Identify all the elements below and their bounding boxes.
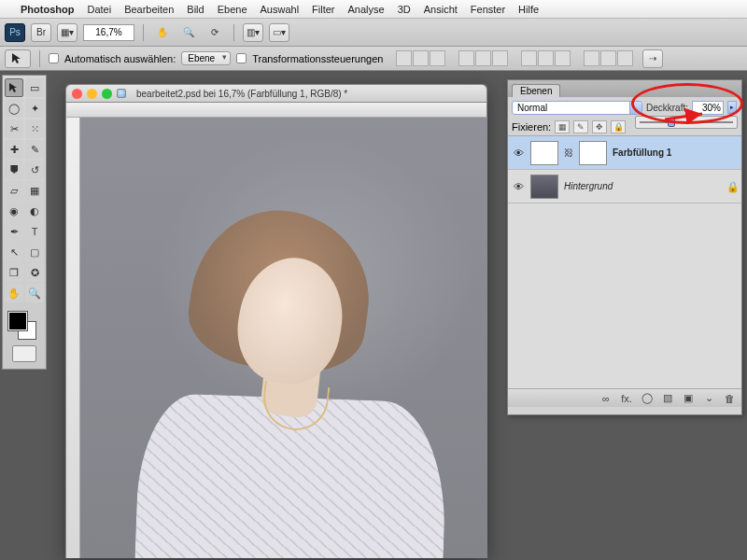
opacity-dropdown-arrow[interactable]: ▸ [727,101,737,114]
visibility-toggle-icon[interactable]: 👁 [512,180,525,193]
screen-mode-button[interactable]: ▭▾ [269,23,289,42]
layer-effects-button[interactable]: fx. [620,392,633,405]
layer-name[interactable]: Farbfüllung 1 [613,147,671,158]
horizontal-ruler[interactable] [65,103,487,118]
align-top-button[interactable] [396,50,412,66]
layer-row[interactable]: 👁 Hintergrund 🔒 [508,170,741,203]
color-swatches[interactable] [5,308,44,340]
app-name[interactable]: Photoshop [21,4,74,15]
adjustment-layer-button[interactable]: ▧ [661,392,674,405]
marquee-tool[interactable]: ▭ [25,78,44,97]
history-brush-tool[interactable]: ↺ [25,161,44,179]
view-extras-button[interactable]: ▦▾ [57,23,78,42]
type-tool[interactable]: T [25,222,44,241]
document-canvas[interactable] [80,118,487,558]
menu-3d[interactable]: 3D [398,4,411,15]
link-mask-icon[interactable]: ⛓ [564,147,573,158]
align-vcenter-button[interactable] [413,50,429,66]
align-right-button[interactable] [492,50,508,66]
visibility-toggle-icon[interactable]: 👁 [512,147,525,160]
menu-fenster[interactable]: Fenster [471,4,505,15]
rotate-view-icon[interactable]: ⟳ [204,23,225,42]
menu-analyse[interactable]: Analyse [348,4,385,15]
layer-thumbnail[interactable] [530,141,558,165]
lock-transparency-button[interactable]: ▦ [555,120,570,133]
distribute-right-button[interactable] [617,50,633,66]
distribute-left-button[interactable] [584,50,599,66]
blur-tool[interactable]: ◉ [5,202,23,220]
opacity-input[interactable]: 30% [692,101,724,115]
distribute-vcenter-button[interactable] [538,50,554,66]
menu-ansicht[interactable]: Ansicht [424,4,458,15]
lasso-tool[interactable]: ◯ [5,99,23,118]
auto-select-checkbox[interactable] [49,53,59,63]
shape-tool[interactable]: ▢ [25,243,44,261]
zoom-window-button[interactable] [102,89,112,99]
menu-bearbeiten[interactable]: Bearbeiten [124,4,174,15]
hand-tool-icon[interactable]: ✋ [152,23,173,42]
close-window-button[interactable] [72,89,82,99]
arrange-documents-button[interactable]: ▥▾ [243,23,263,42]
layer-mask-thumbnail[interactable] [579,141,607,165]
vertical-ruler[interactable] [65,118,80,558]
quick-select-tool[interactable]: ✦ [25,99,44,118]
zoom-tool-icon[interactable]: 🔍 [178,23,199,42]
document-titlebar[interactable]: bearbeitet2.psd bei 16,7% (Farbfüllung 1… [65,84,487,103]
menu-bild[interactable]: Bild [187,4,204,15]
zoom-level[interactable]: 16,7% [83,24,134,41]
delete-layer-button[interactable]: 🗑 [723,392,736,405]
eraser-tool[interactable]: ▱ [5,181,23,200]
opacity-slider-track[interactable] [640,121,733,123]
bridge-button[interactable]: Br [31,23,51,42]
gradient-tool[interactable]: ▦ [25,181,44,200]
zoom-tool[interactable]: 🔍 [25,284,44,302]
move-tool[interactable] [5,78,23,97]
menu-ebene[interactable]: Ebene [218,4,247,15]
layer-row[interactable]: 👁 ⛓ Farbfüllung 1 [508,136,741,170]
ps-home-icon[interactable]: Ps [5,23,25,42]
new-layer-button[interactable]: ⌄ [702,392,715,405]
auto-select-dropdown[interactable]: Ebene [181,51,231,65]
clone-stamp-tool[interactable]: ⛊ [5,161,23,179]
document-proxy-icon[interactable] [117,89,126,98]
opacity-slider-thumb[interactable] [668,118,675,127]
lock-pixels-button[interactable]: ✎ [573,120,588,133]
current-tool-icon[interactable] [5,49,31,68]
align-bottom-button[interactable] [430,50,445,66]
minimize-window-button[interactable] [87,89,97,99]
lock-all-button[interactable]: 🔒 [611,120,626,133]
crop-tool[interactable]: ✂ [5,119,23,138]
align-left-button[interactable] [458,50,474,66]
menu-datei[interactable]: Datei [87,4,111,15]
link-layers-button[interactable]: ∞ [599,392,613,405]
menu-filter[interactable]: Filter [312,4,334,15]
distribute-top-button[interactable] [521,50,537,66]
eyedropper-tool[interactable]: ⁙ [25,119,44,138]
layer-name[interactable]: Hintergrund [564,181,613,191]
layers-tab[interactable]: Ebenen [512,84,560,97]
menu-auswahl[interactable]: Auswahl [261,4,300,15]
layer-thumbnail[interactable] [530,175,558,199]
foreground-color-swatch[interactable] [8,312,27,330]
pen-tool[interactable]: ✒ [5,222,23,241]
layer-list: 👁 ⛓ Farbfüllung 1 👁 Hintergrund 🔒 [508,136,741,388]
path-select-tool[interactable]: ↖ [5,243,23,261]
hand-tool[interactable]: ✋ [5,284,23,302]
dodge-tool[interactable]: ◐ [25,202,44,220]
healing-brush-tool[interactable]: ✚ [5,140,23,159]
transform-controls-checkbox[interactable] [236,53,247,63]
3d-camera-tool[interactable]: ✪ [25,263,44,282]
align-hcenter-button[interactable] [475,50,491,66]
brush-tool[interactable]: ✎ [25,140,44,159]
blend-mode-dropdown[interactable]: Normal [512,101,642,115]
layer-mask-button[interactable]: ◯ [641,392,654,405]
distribute-hcenter-button[interactable] [600,50,616,66]
distribute-bottom-button[interactable] [555,50,571,66]
lock-position-button[interactable]: ✥ [592,120,607,133]
menu-hilfe[interactable]: Hilfe [518,4,539,15]
opacity-slider-popover[interactable] [635,116,738,129]
auto-align-button[interactable]: ⇢ [642,49,663,68]
quick-mask-button[interactable] [12,345,36,362]
3d-tool[interactable]: ❒ [5,263,23,282]
group-button[interactable]: ▣ [682,392,695,405]
